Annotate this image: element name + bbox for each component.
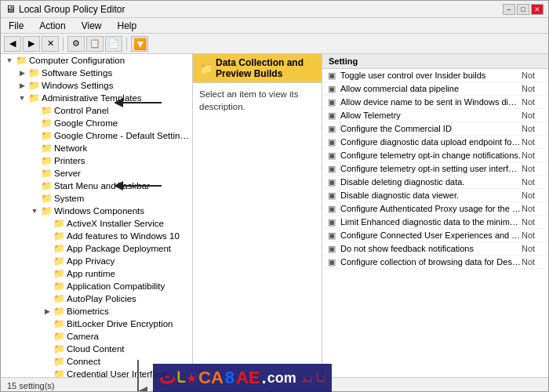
settings-row[interactable]: ▣ Configure Connected User Experiences a…	[322, 229, 548, 242]
tree-item-activex[interactable]: 📁ActiveX Installer Service	[1, 217, 192, 230]
tree-item-admin-templates[interactable]: ▼📁Administrative Templates	[1, 92, 192, 104]
settings-row[interactable]: ▣ Toggle user control over Insider build…	[322, 69, 548, 82]
tree-toggle-app-compat[interactable]	[42, 281, 53, 292]
app-icon: 🖥	[5, 3, 16, 15]
settings-row[interactable]: ▣ Limit Enhanced diagnostic data to the …	[322, 216, 548, 229]
folder-icon-cred-ui: 📁	[53, 368, 65, 377]
tree-label-autoplay: AutoPlay Policies	[65, 294, 136, 303]
tree-toggle-app-package[interactable]	[42, 243, 53, 254]
tree-toggle-bitlocker[interactable]	[42, 318, 53, 329]
settings-row[interactable]: ▣ Configure Authenticated Proxy usage fo…	[322, 202, 548, 216]
settings-row[interactable]: ▣ Disable diagnostic data viewer. Not	[322, 189, 548, 202]
tree-toggle-cloud-content[interactable]	[42, 343, 53, 354]
tree-label-google-chrome: Google Chrome	[53, 118, 118, 128]
settings-row[interactable]: ▣ Allow device name to be sent in Window…	[322, 96, 548, 109]
tree-toggle-google-chrome-default[interactable]	[29, 130, 40, 141]
tree-toggle-cred-ui[interactable]	[42, 368, 53, 377]
tree-item-windows-settings[interactable]: ▶📁Windows Settings	[1, 79, 192, 92]
tree-label-cred-ui: Credential User Interface	[65, 369, 167, 377]
tree-toggle-autoplay[interactable]	[42, 293, 53, 304]
tree-toggle-software-settings[interactable]: ▶	[16, 67, 27, 78]
tree-item-app-compat[interactable]: 📁Application Compatibility	[1, 280, 192, 292]
tree-toggle-app-privacy[interactable]	[42, 256, 53, 267]
tree-item-biometrics[interactable]: ▶📁Biometrics	[1, 305, 192, 318]
tree-toggle-network[interactable]	[29, 143, 40, 154]
folder-icon-control-panel: 📁	[40, 105, 53, 116]
maximize-button[interactable]: □	[517, 4, 529, 15]
settings-row[interactable]: ▣ Configure the Commercial ID Not	[322, 122, 548, 136]
tree-toggle-camera[interactable]	[42, 331, 53, 342]
tree-item-camera[interactable]: 📁Camera	[1, 330, 192, 343]
setting-col-label: Setting	[329, 56, 358, 66]
tree-toggle-app-runtime[interactable]	[42, 268, 53, 279]
watermark-8: 8	[225, 368, 235, 388]
setting-icon: ▣	[325, 84, 338, 94]
tree-toggle-control-panel[interactable]	[29, 105, 40, 116]
folder-icon-start-menu: 📁	[40, 180, 53, 191]
tree-toggle-windows-settings[interactable]: ▶	[16, 80, 27, 91]
setting-state: Not	[522, 164, 545, 173]
tree-toggle-server[interactable]	[29, 168, 40, 179]
tree-toggle-windows-components[interactable]: ▼	[29, 205, 40, 216]
tree-toggle-system[interactable]	[29, 193, 40, 204]
menu-file[interactable]: File	[4, 19, 28, 33]
tree-item-autoplay[interactable]: 📁AutoPlay Policies	[1, 292, 192, 305]
tree-toggle-printers[interactable]	[29, 155, 40, 166]
setting-icon: ▣	[325, 191, 338, 201]
menu-action[interactable]: Action	[35, 19, 70, 33]
tree-item-cloud-content[interactable]: 📁Cloud Content	[1, 343, 192, 355]
folder-icon-windows-components: 📁	[40, 205, 53, 216]
settings-row[interactable]: ▣ Configure telemetry opt-in setting use…	[322, 162, 548, 176]
settings-row[interactable]: ▣ Configure collection of browsing data …	[322, 256, 548, 269]
tree-item-start-menu[interactable]: 📁Start Menu and Taskbar	[1, 180, 192, 192]
menu-help[interactable]: Help	[113, 19, 142, 33]
tree-item-app-runtime[interactable]: 📁App runtime	[1, 267, 192, 280]
tree-toggle-connect[interactable]	[42, 356, 53, 367]
settings-row[interactable]: ▣ Allow Telemetry Not	[322, 109, 548, 122]
tree-item-app-package[interactable]: 📁App Package Deployment	[1, 242, 192, 255]
tree-pane: ▼📁Computer Configuration▶📁Software Setti…	[1, 54, 193, 377]
tree-item-server[interactable]: 📁Server	[1, 167, 192, 180]
back-button[interactable]: ◀	[4, 36, 21, 52]
tree-toggle-activex[interactable]	[42, 218, 53, 229]
settings-row[interactable]: ▣ Disable deleting diagnostic data. Not	[322, 176, 548, 189]
tree-toggle-admin-templates[interactable]: ▼	[16, 93, 27, 103]
stop-button[interactable]: ✕	[42, 36, 59, 52]
tree-item-google-chrome-default[interactable]: 📁Google Chrome - Default Settings (users…	[1, 129, 192, 142]
tree-label-network: Network	[53, 143, 87, 153]
copy-button[interactable]: 📋	[86, 36, 104, 52]
tree-item-add-features[interactable]: 📁Add features to Windows 10	[1, 230, 192, 242]
folder-icon-computer-config: 📁	[15, 55, 27, 66]
minimize-button[interactable]: −	[503, 4, 515, 15]
tree-item-software-settings[interactable]: ▶📁Software Settings	[1, 67, 192, 79]
forward-button[interactable]: ▶	[23, 36, 40, 52]
close-button[interactable]: ✕	[531, 4, 544, 15]
tree-item-windows-components[interactable]: ▼📁Windows Components	[1, 205, 192, 217]
properties-button[interactable]: ⚙	[67, 36, 85, 52]
watermark-dot: .	[262, 368, 267, 388]
settings-row[interactable]: ▣ Configure diagnostic data upload endpo…	[322, 136, 548, 149]
tree-item-google-chrome[interactable]: 📁Google Chrome	[1, 117, 192, 129]
paste-button[interactable]: 📄	[105, 36, 122, 52]
setting-state: Not	[522, 97, 545, 107]
filter-button[interactable]: 🔽	[131, 36, 148, 52]
tree-toggle-computer-config[interactable]: ▼	[4, 55, 15, 66]
tree-toggle-google-chrome[interactable]	[29, 118, 40, 129]
tree-item-system[interactable]: 📁System	[1, 192, 192, 205]
settings-row[interactable]: ▣ Configure telemetry opt-in change noti…	[322, 149, 548, 162]
settings-row[interactable]: ▣ Do not show feedback notifications Not	[322, 242, 548, 256]
tree-label-biometrics: Biometrics	[65, 307, 109, 316]
tree-item-network[interactable]: 📁Network	[1, 142, 192, 154]
tree-item-computer-config[interactable]: ▼📁Computer Configuration	[1, 54, 192, 67]
settings-row[interactable]: ▣ Allow commercial data pipeline Not	[322, 82, 548, 96]
main-layout: ▼📁Computer Configuration▶📁Software Setti…	[1, 54, 548, 377]
tree-toggle-biometrics[interactable]: ▶	[42, 306, 53, 317]
tree-item-bitlocker[interactable]: 📁BitLocker Drive Encryption	[1, 318, 192, 330]
menu-view[interactable]: View	[77, 19, 107, 33]
tree-toggle-start-menu[interactable]	[29, 180, 40, 191]
setting-state: Not	[522, 230, 545, 240]
tree-item-printers[interactable]: 📁Printers	[1, 154, 192, 167]
tree-item-control-panel[interactable]: 📁Control Panel	[1, 104, 192, 117]
tree-item-app-privacy[interactable]: 📁App Privacy	[1, 255, 192, 267]
tree-toggle-add-features[interactable]	[42, 230, 53, 241]
